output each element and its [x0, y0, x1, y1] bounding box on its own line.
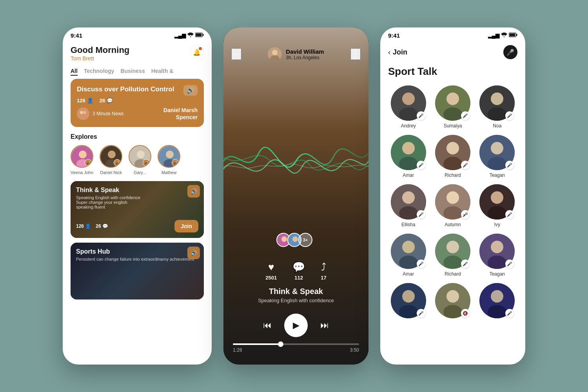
andrey-mic: 🎤 [417, 111, 425, 120]
progress-area: 1:28 3:50 [223, 343, 368, 365]
mic-button[interactable]: 🎤 [503, 45, 517, 59]
listener-more-count: 3+ [298, 233, 312, 247]
left-phone: 9:41 ▂▄▆ Good Morning Tom Brett 🔔 All [63, 27, 212, 365]
volume-button-sports[interactable]: 🔊 [187, 247, 200, 259]
ivy-avatar-wrap: 🎤 [479, 184, 515, 220]
participant-sumaiya: 🎤 Sumaiya [432, 85, 473, 129]
svg-point-56 [402, 241, 415, 253]
tab-technology[interactable]: Technology [84, 68, 114, 76]
participant-ivy: 🎤 Ivy [477, 184, 517, 227]
tab-health[interactable]: Health & [151, 68, 174, 76]
participant-autumn: 🎤 Autumn [432, 184, 473, 227]
greeting-name: Tom Brett [71, 55, 129, 62]
think-speak-title: Think & Speak [76, 187, 198, 194]
player-controls: ⏮ ▶ ⏭ [223, 310, 368, 343]
participant-amar2: 🎤 Amar [388, 234, 428, 277]
richard-avatar-wrap: 🎤 [435, 135, 470, 170]
think-speak-desc3: speaking fluent [76, 205, 198, 209]
notification-dot [199, 47, 202, 50]
track-info: Think & Speak Speaking English with conf… [223, 287, 368, 310]
explore-mathew[interactable]: 🎤 Mathew [158, 145, 180, 175]
status-icons-right: ▂▄▆ [488, 33, 517, 38]
explore-daniel[interactable]: 🎤 Daniel Nick [100, 145, 122, 175]
participant-richard: 🎤 Richard [432, 135, 473, 178]
comments-ts: 26 💬 [96, 223, 108, 229]
card-bottom: 126 👤 26 💬 Join [76, 220, 198, 232]
pollution-volume-btn[interactable]: 🔊 [183, 85, 198, 96]
current-time: 1:28 [233, 347, 242, 353]
amar-mic: 🎤 [417, 161, 425, 169]
sports-hub-card[interactable]: Sports Hub Persistent can change failure… [71, 243, 204, 299]
total-time: 3:50 [350, 347, 359, 353]
explore-veena[interactable]: 🎤 Veena John [71, 145, 93, 175]
explore-avatar-mathew: 🎤 [158, 145, 180, 168]
p15-avatar-wrap: 🎤 [479, 283, 515, 318]
svg-point-7 [79, 151, 87, 158]
comments-count: 26 [100, 98, 105, 103]
mic-badge-veena: 🎤 [85, 159, 92, 166]
amar2-name: Amar [403, 271, 414, 277]
wifi-icon [187, 33, 194, 38]
svg-point-71 [491, 290, 503, 303]
volume-button-think-speak[interactable]: 🔊 [187, 185, 200, 198]
ellisha-avatar-wrap: 🎤 [391, 184, 426, 220]
right-content: ‹ Join 🎤 Sport Talk 🎤 Andrey [380, 41, 525, 321]
track-title: Think & Speak [231, 287, 361, 296]
sports-title: Sports Hub [76, 248, 198, 255]
play-button[interactable]: ▶ [284, 314, 308, 337]
svg-point-22 [281, 236, 287, 242]
explore-name-mathew: Mathew [162, 170, 177, 175]
richard-name: Richard [445, 172, 461, 178]
share-action[interactable]: ⤴ 17 [321, 261, 326, 281]
svg-point-3 [77, 107, 89, 120]
svg-point-29 [402, 93, 415, 105]
back-button-right[interactable]: ‹ [388, 48, 390, 56]
amar2-mic: 🎤 [417, 260, 425, 268]
participant-teagan: 🎤 Teagan [477, 135, 517, 178]
listener-avatars: 3+ [279, 233, 312, 247]
tab-all[interactable]: All [71, 68, 78, 76]
tab-business[interactable]: Business [120, 68, 145, 76]
join-button-think-speak[interactable]: Join [174, 220, 198, 232]
svg-point-4 [80, 111, 83, 114]
player-header: ← David William 3h, Los Angeles ⋮ [223, 27, 368, 67]
think-speak-card[interactable]: Think & Speak Speaking English with conf… [71, 181, 204, 238]
amar2-avatar-wrap: 🎤 [391, 234, 426, 269]
join-header-left: ‹ Join [388, 48, 407, 56]
host-name: Daniel Marsh Spencer [163, 107, 198, 121]
participant-noa: 🎤 Noa [477, 85, 517, 129]
player-user-name: David William [286, 48, 324, 55]
amar-name: Amar [403, 172, 414, 178]
p13-mic: 🎤 [417, 309, 425, 318]
progress-bar[interactable] [233, 343, 359, 345]
participant-andrey: 🎤 Andrey [388, 85, 428, 129]
ellisha-name: Ellisha [401, 222, 415, 227]
progress-times: 1:28 3:50 [233, 347, 359, 353]
teagan-mic: 🎤 [505, 161, 514, 169]
svg-rect-27 [516, 34, 517, 36]
bell-button[interactable]: 🔔 [190, 45, 204, 59]
like-action[interactable]: ♥ 2501 [265, 261, 277, 281]
svg-point-62 [491, 241, 503, 253]
comment-action[interactable]: 💬 112 [292, 261, 305, 281]
noa-avatar-wrap: 🎤 [479, 85, 515, 121]
pollution-card[interactable]: Discuss over Pollution Control 🔊 126 👤 2… [71, 79, 204, 127]
right-phone: 9:41 ▂▄▆ ‹ Join 🎤 Sport Talk [380, 27, 525, 365]
svg-point-53 [491, 191, 503, 204]
p15-mic: 🎤 [505, 309, 514, 318]
explore-gary[interactable]: 🎤 Gary... [129, 145, 151, 175]
player-menu-button[interactable]: ⋮ [350, 48, 361, 60]
player-back-button[interactable]: ← [231, 48, 241, 60]
next-button[interactable]: ⏭ [320, 320, 329, 330]
teagan2-avatar-wrap: 🎤 [479, 234, 515, 269]
heart-icon: ♥ [268, 261, 274, 273]
wave-visualization [223, 106, 368, 216]
svg-rect-1 [196, 33, 201, 36]
prev-button[interactable]: ⏮ [263, 320, 272, 330]
progress-fill [233, 343, 281, 345]
svg-point-44 [491, 142, 503, 154]
player-avatar [268, 47, 282, 61]
chat-icon: 💬 [292, 261, 305, 273]
teagan2-name: Teagan [490, 271, 505, 277]
category-tabs: All Technology Business Health & [71, 63, 204, 79]
